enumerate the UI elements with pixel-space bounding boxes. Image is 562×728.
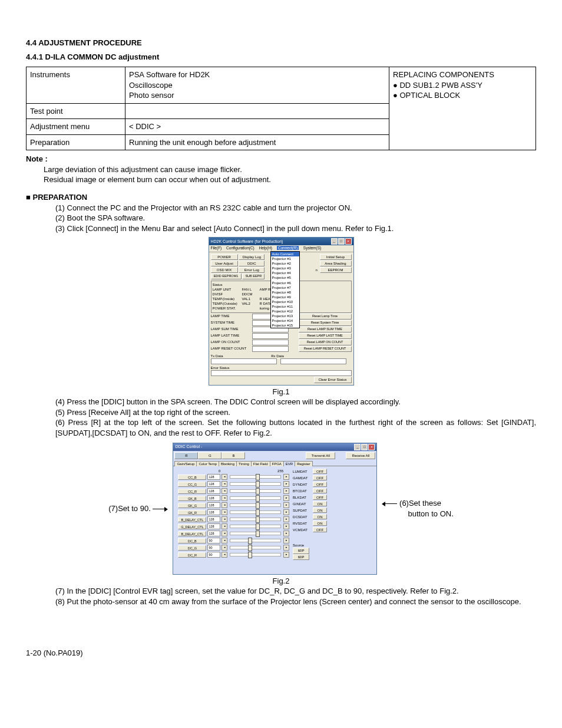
dropdown-item[interactable]: Projector #12 (271, 309, 299, 314)
slider-track[interactable] (230, 546, 281, 549)
menu-config[interactable]: Configuration(C) (226, 246, 254, 250)
dropdown-auto-connect[interactable]: Auto Connect (271, 252, 299, 256)
step-up-button[interactable]: ▸ (283, 502, 289, 508)
step-down-button[interactable]: ◂ (222, 516, 227, 522)
step-up-button[interactable]: ▸ (283, 474, 289, 480)
slider-thumb[interactable] (256, 516, 260, 523)
slider-value[interactable]: 90 (207, 538, 220, 543)
slider-thumb[interactable] (256, 509, 260, 516)
dropdown-item[interactable]: Projector #8 (271, 290, 299, 295)
toggle-button[interactable]: ON (313, 514, 327, 519)
transmit-all-button[interactable]: Transmit All (306, 452, 335, 459)
toggle-button[interactable]: ON (313, 521, 327, 526)
dropdown-item[interactable]: Projector #6 (271, 281, 299, 285)
slider-value[interactable]: 128 (207, 474, 220, 480)
dropdown-item[interactable]: Projector #15 (271, 323, 299, 328)
slider-thumb[interactable] (248, 545, 252, 551)
edid-eeprom1-button[interactable]: EDID EEPROM1 (211, 274, 242, 279)
tab-timing[interactable]: Timing (236, 461, 252, 466)
tab-flatfield[interactable]: Flat Field (251, 461, 270, 466)
toggle-button[interactable]: OFF (313, 475, 327, 480)
slider-label-button[interactable]: GK_G (178, 503, 206, 508)
dropdown-item[interactable]: Projector #11 (271, 304, 299, 309)
slider-label-button[interactable]: CC_R (178, 489, 206, 494)
reset-button[interactable]: Reset Lamp Time (299, 314, 352, 319)
step-down-button[interactable]: ◂ (222, 474, 227, 480)
slider-label-button[interactable]: G_DELAY_CTL (178, 524, 206, 529)
step-down-button[interactable]: ◂ (222, 523, 227, 529)
ddic-button[interactable]: DDIC (239, 261, 265, 266)
slider-value[interactable]: 128 (207, 509, 220, 515)
tab-blanking[interactable]: Blanking (219, 461, 237, 466)
slider-label-button[interactable]: DC_R (178, 552, 206, 558)
slider-value[interactable]: 128 (207, 523, 220, 529)
step-up-button[interactable]: ▸ (283, 545, 289, 551)
slider-label-button[interactable]: DC_G (178, 545, 206, 551)
source-btn-1[interactable]: 60P (293, 548, 309, 554)
error-log-button[interactable]: Error Log (239, 267, 265, 273)
source-btn-2[interactable]: 60P (293, 554, 309, 560)
toggle-button[interactable]: ON (313, 501, 327, 506)
toggle-button[interactable]: OFF (313, 488, 327, 493)
menu-connect[interactable]: Connect(R) (277, 246, 299, 250)
slider-value[interactable]: 90 (207, 545, 220, 551)
slider-value[interactable]: 128 (207, 531, 220, 536)
g-button[interactable]: G (198, 452, 222, 459)
step-down-button[interactable]: ◂ (222, 531, 227, 536)
slider-track[interactable] (230, 496, 281, 500)
slider-label-button[interactable]: GK_B (178, 496, 206, 501)
receive-all-button[interactable]: Receive All (346, 452, 375, 459)
step-up-button[interactable]: ▸ (283, 509, 289, 515)
slider-thumb[interactable] (248, 552, 252, 558)
reset-button[interactable]: Reset LAMP ON COUNT (299, 340, 352, 345)
area-shading-button[interactable]: Area Shading (320, 261, 352, 266)
slider-value[interactable]: 128 (207, 502, 220, 508)
toggle-button[interactable]: OFF (313, 495, 327, 500)
fig1-dropdown[interactable]: Auto Connect Projector #1 Projector #2 P… (270, 251, 300, 329)
step-down-button[interactable]: ◂ (222, 538, 227, 543)
menu-help[interactable]: Help(H) (259, 246, 272, 250)
slider-track[interactable] (230, 503, 281, 507)
slider-track[interactable] (230, 475, 281, 479)
step-up-button[interactable]: ▸ (283, 516, 289, 522)
reset-button[interactable]: Reset LAMP RESET COUNT (299, 346, 352, 352)
eeprom-button[interactable]: EEPROM (320, 267, 352, 273)
slider-thumb[interactable] (256, 481, 260, 487)
dropdown-item[interactable]: Projector #1 (271, 256, 299, 261)
toggle-button[interactable]: OFF (313, 527, 327, 532)
slider-value[interactable]: 128 (207, 488, 220, 494)
slider-track[interactable] (230, 525, 281, 528)
menu-file[interactable]: File(F) (211, 246, 222, 250)
slider-label-button[interactable]: CC_B (178, 475, 206, 480)
step-down-button[interactable]: ◂ (222, 552, 227, 558)
dropdown-item[interactable]: Projector #4 (271, 271, 299, 275)
osd-mix-button[interactable]: OSD MIX (211, 267, 238, 273)
step-down-button[interactable]: ◂ (222, 495, 227, 501)
maximize-icon[interactable]: □ (361, 444, 368, 450)
minimize-icon[interactable]: _ (354, 444, 361, 450)
slider-track[interactable] (230, 518, 281, 521)
step-up-button[interactable]: ▸ (283, 495, 289, 501)
slider-thumb[interactable] (256, 495, 260, 502)
step-down-button[interactable]: ◂ (222, 509, 227, 515)
step-up-button[interactable]: ▸ (283, 531, 289, 536)
slider-value[interactable]: 128 (207, 495, 220, 501)
slider-thumb[interactable] (248, 538, 252, 544)
dropdown-item[interactable]: Projector #5 (271, 275, 299, 280)
slider-track[interactable] (230, 510, 281, 514)
slider-track[interactable] (230, 539, 281, 542)
step-up-button[interactable]: ▸ (283, 538, 289, 543)
toggle-button[interactable]: OFF (313, 469, 327, 474)
clear-error-button[interactable]: Clear Error Status (314, 377, 352, 383)
slider-label-button[interactable]: B_DELAY_CTL (178, 517, 206, 522)
tab-fpga[interactable]: FPGA (270, 461, 284, 466)
b-button[interactable]: B (222, 452, 245, 459)
display-log-button[interactable]: Display Log (239, 254, 265, 260)
power-button[interactable]: POWER (211, 254, 238, 260)
dropdown-item[interactable]: Projector #10 (271, 299, 299, 304)
slider-label-button[interactable]: CC_G (178, 482, 206, 487)
step-down-button[interactable]: ◂ (222, 488, 227, 494)
slider-label-button[interactable]: GK_R (178, 510, 206, 515)
dropdown-item[interactable]: Projector #3 (271, 266, 299, 271)
sub-eepr-button[interactable]: SUB EEPR (242, 274, 265, 279)
